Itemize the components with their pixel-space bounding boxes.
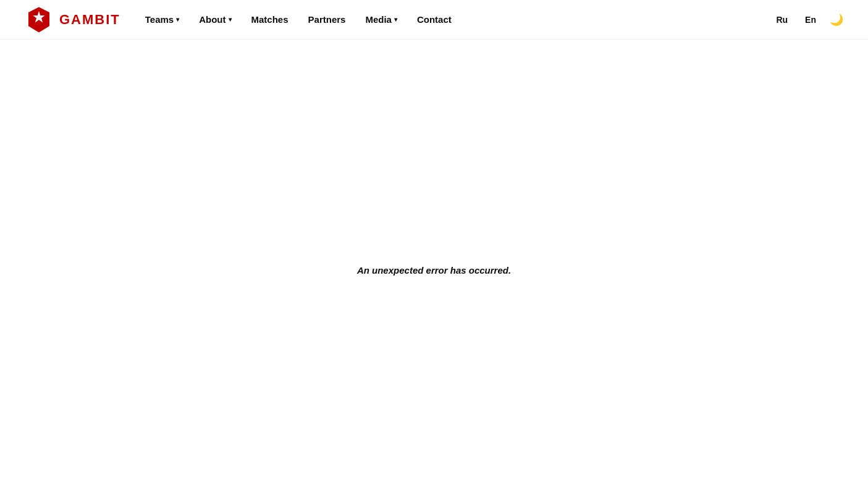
site-header: GAMBIT Teams ▾ About ▾ Matches Partners … [0, 0, 868, 40]
nav-teams[interactable]: Teams ▾ [145, 14, 179, 25]
nav-partners[interactable]: Partners [308, 14, 346, 25]
main-nav: Teams ▾ About ▾ Matches Partners Media ▾… [145, 14, 773, 25]
logo-text: GAMBIT [59, 12, 120, 28]
error-message: An unexpected error has occurred. [357, 265, 511, 276]
dark-mode-toggle[interactable]: 🌙 [830, 13, 843, 27]
nav-about[interactable]: About ▾ [199, 14, 231, 25]
nav-media[interactable]: Media ▾ [365, 14, 397, 25]
logo-link[interactable]: GAMBIT [25, 6, 120, 34]
lang-ru-button[interactable]: Ru [772, 12, 791, 27]
media-chevron-icon: ▾ [394, 16, 397, 23]
main-content: An unexpected error has occurred. [0, 40, 868, 501]
header-right: Ru En 🌙 [772, 12, 843, 27]
gambit-logo-icon [25, 6, 53, 34]
teams-chevron-icon: ▾ [176, 16, 179, 23]
nav-matches[interactable]: Matches [251, 14, 289, 25]
nav-contact[interactable]: Contact [417, 14, 452, 25]
lang-en-button[interactable]: En [801, 12, 820, 27]
about-chevron-icon: ▾ [229, 16, 232, 23]
